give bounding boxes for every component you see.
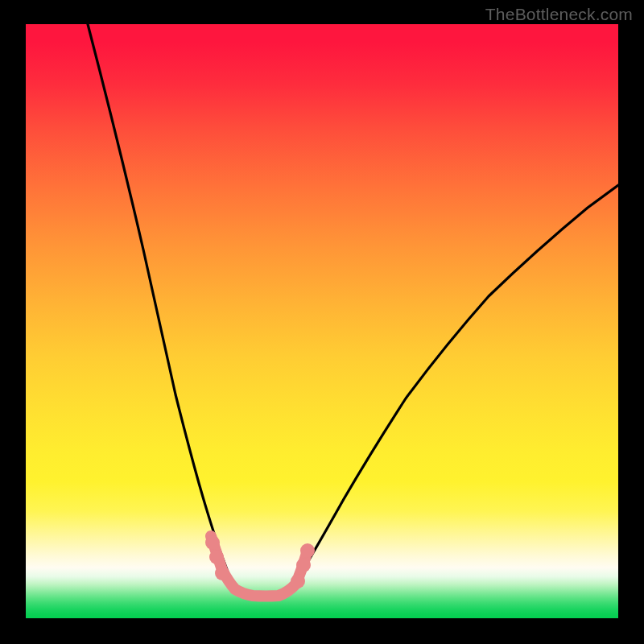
chart-frame: TheBottleneck.com: [0, 0, 644, 644]
left-curve: [88, 24, 237, 592]
valley-floor-pink: [211, 536, 308, 597]
svg-point-0: [205, 535, 220, 550]
svg-point-2: [215, 566, 229, 580]
svg-point-3: [291, 574, 305, 588]
right-curve: [283, 185, 618, 592]
plot-area: [26, 24, 618, 618]
pink-markers: [205, 535, 315, 588]
svg-point-1: [209, 550, 224, 564]
svg-point-5: [300, 543, 315, 558]
watermark-text: TheBottleneck.com: [485, 5, 633, 24]
curve-layer: [26, 24, 618, 618]
svg-point-4: [296, 558, 311, 572]
